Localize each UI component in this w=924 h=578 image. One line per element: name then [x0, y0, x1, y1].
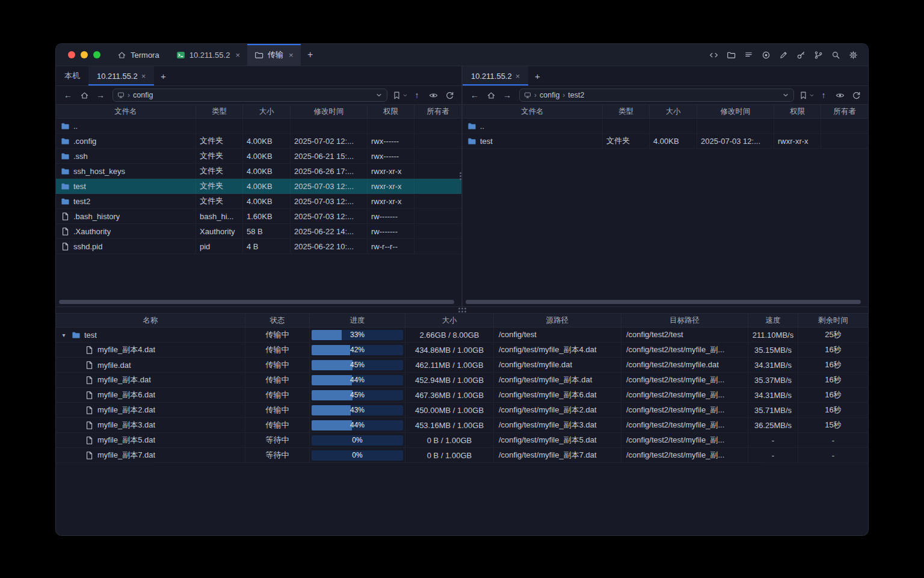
edit-button[interactable] — [778, 49, 789, 60]
transfer-remaining: 16秒 — [798, 373, 868, 388]
tab-terminal-session[interactable]: 10.211.55.2 × — [169, 44, 247, 66]
record-button[interactable] — [760, 49, 771, 60]
file-column-header[interactable]: 权限 — [774, 105, 821, 118]
transfer-row[interactable]: myfile_副本3.dat传输中44%453.16MB / 1.00GB/co… — [56, 418, 868, 433]
transfer-column-header[interactable]: 源路径 — [494, 314, 621, 327]
chevron-down-icon[interactable] — [782, 92, 789, 99]
pane-tab-label: 10.211.55.2 — [471, 72, 512, 81]
transfer-row[interactable]: myfile_副本7.dat等待中0%0 B / 1.00GB/config/t… — [56, 448, 868, 463]
refresh-button[interactable] — [442, 89, 457, 102]
transfer-column-header[interactable]: 剩余时间 — [798, 314, 868, 327]
refresh-icon — [445, 91, 454, 100]
file-row[interactable]: ssh_host_keys文件夹4.00KB2025-06-26 17:...r… — [56, 164, 461, 179]
show-hidden-button[interactable] — [833, 89, 847, 102]
forward-button[interactable]: → — [500, 89, 514, 102]
expand-chevron-icon[interactable]: ▾ — [60, 332, 68, 338]
home-button[interactable] — [484, 89, 498, 102]
file-row[interactable]: test文件夹4.00KB2025-07-03 12:...rwxr-xr-x — [56, 179, 461, 194]
file-column-header[interactable]: 文件名 — [463, 105, 603, 118]
progress-bar: 44% — [312, 375, 403, 385]
file-icon — [85, 391, 94, 400]
transfer-column-header[interactable]: 大小 — [405, 314, 494, 327]
home-button[interactable] — [77, 89, 91, 102]
tab-transfer[interactable]: 传输 × — [247, 44, 301, 66]
file-row[interactable]: .. — [463, 119, 868, 134]
pane-new-tab-button[interactable]: + — [154, 66, 172, 85]
transfer-column-header[interactable]: 状态 — [245, 314, 310, 327]
file-column-header[interactable]: 文件名 — [56, 105, 196, 118]
back-button[interactable]: ← — [467, 89, 482, 102]
up-directory-button[interactable]: ↑ — [410, 89, 424, 102]
path-segment: test2 — [568, 91, 584, 99]
transfer-row[interactable]: myfile_副本2.dat传输中43%450.00MB / 1.00GB/co… — [56, 403, 868, 418]
close-icon[interactable]: × — [289, 51, 294, 60]
file-row[interactable]: .config文件夹4.00KB2025-07-02 12:...rwx----… — [56, 134, 461, 149]
path-input[interactable]: ›config — [112, 89, 387, 102]
file-row[interactable]: .bash_historybash_hi...1.60KB2025-07-03 … — [56, 209, 461, 224]
file-icon — [85, 451, 94, 460]
file-row[interactable]: .ssh文件夹4.00KB2025-06-21 15:...rwx------ — [56, 149, 461, 164]
code-button[interactable] — [708, 49, 719, 60]
file-column-header[interactable]: 大小 — [650, 105, 697, 118]
file-column-header[interactable]: 所有者 — [414, 105, 461, 118]
log-button[interactable] — [743, 49, 754, 60]
settings-button[interactable] — [848, 49, 858, 60]
transfer-row[interactable]: myfile_副本4.dat传输中42%434.86MB / 1.00GB/co… — [56, 343, 868, 358]
horizontal-scrollbar[interactable] — [466, 300, 865, 304]
back-button[interactable]: ← — [61, 89, 75, 102]
forward-button[interactable]: → — [93, 89, 108, 102]
chevron-down-icon[interactable] — [375, 92, 383, 99]
scrollbar-thumb[interactable] — [59, 300, 454, 304]
bookmark-button[interactable] — [799, 89, 815, 102]
minimize-window-button[interactable] — [81, 51, 88, 58]
pane-tab-host[interactable]: 10.211.55.2 × — [88, 66, 154, 85]
scrollbar-thumb[interactable] — [466, 300, 861, 304]
close-icon[interactable]: × — [141, 72, 146, 81]
transfer-split-handle[interactable] — [56, 307, 868, 313]
close-icon[interactable]: × — [516, 72, 520, 81]
sftp-folder-button[interactable] — [725, 49, 736, 60]
app-home-button[interactable]: Termora — [109, 44, 169, 66]
transfer-column-header[interactable]: 速度 — [748, 314, 798, 327]
horizontal-scrollbar[interactable] — [59, 300, 458, 304]
transfer-column-header[interactable]: 名称 — [56, 314, 245, 327]
source-path-text: /config/test/myfile_副本7.dat — [494, 448, 602, 462]
file-column-header[interactable]: 类型 — [196, 105, 243, 118]
transfer-column-header[interactable]: 目标路径 — [621, 314, 748, 327]
transfer-column-header[interactable]: 进度 — [310, 314, 405, 327]
pane-new-tab-button[interactable]: + — [528, 66, 546, 85]
transfer-row[interactable]: myfile.dat传输中45%462.11MB / 1.00GB/config… — [56, 358, 868, 373]
transfer-row[interactable]: ▾test传输中33%2.66GB / 8.00GB/config/test/c… — [56, 328, 868, 343]
maximize-window-button[interactable] — [93, 51, 100, 58]
transfer-row[interactable]: myfile_副本.dat传输中44%452.94MB / 1.00GB/con… — [56, 373, 868, 388]
new-tab-button[interactable]: + — [301, 44, 320, 66]
file-column-header[interactable]: 所有者 — [821, 105, 868, 118]
close-icon[interactable]: × — [235, 51, 240, 60]
pane-tab-local[interactable]: 本机 — [56, 66, 88, 85]
show-hidden-button[interactable] — [426, 89, 440, 102]
file-row[interactable]: .XauthorityXauthority58 B2025-06-22 14:.… — [56, 224, 461, 239]
file-column-header[interactable]: 类型 — [603, 105, 650, 118]
search-button[interactable] — [830, 49, 841, 60]
folder-icon — [61, 182, 70, 191]
bookmark-button[interactable] — [392, 89, 408, 102]
file-column-header[interactable]: 大小 — [243, 105, 291, 118]
transfer-row[interactable]: myfile_副本6.dat传输中45%467.36MB / 1.00GB/co… — [56, 388, 868, 403]
up-directory-button[interactable]: ↑ — [816, 89, 831, 102]
transfer-row[interactable]: myfile_副本5.dat等待中0%0 B / 1.00GB/config/t… — [56, 433, 868, 448]
file-column-header[interactable]: 权限 — [368, 105, 414, 118]
key-button[interactable] — [795, 49, 806, 60]
file-row[interactable]: .. — [56, 119, 461, 134]
close-window-button[interactable] — [68, 51, 75, 58]
file-column-header[interactable]: 修改时间 — [697, 105, 774, 118]
branch-button[interactable] — [813, 49, 824, 60]
refresh-button[interactable] — [849, 89, 863, 102]
file-row[interactable]: sshd.pidpid4 B2025-06-22 10:...rw-r--r-- — [56, 239, 461, 254]
file-row[interactable]: test文件夹4.00KB2025-07-03 12:...rwxr-xr-x — [463, 134, 868, 149]
file-name-cell: .config — [56, 134, 196, 149]
pane-tab-host[interactable]: 10.211.55.2 × — [463, 66, 528, 85]
file-column-header[interactable]: 修改时间 — [291, 105, 368, 118]
path-input[interactable]: ›config›test2 — [519, 89, 794, 102]
file-mtime: 2025-06-21 15:... — [291, 149, 368, 164]
file-row[interactable]: test2文件夹4.00KB2025-07-03 12:...rwxr-xr-x — [56, 194, 461, 209]
